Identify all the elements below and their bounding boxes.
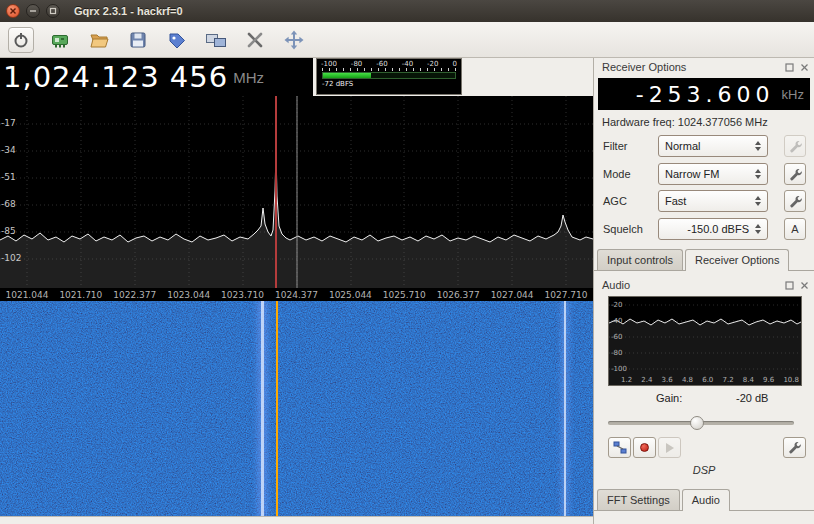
freq-tick: 1022.377 (113, 290, 156, 300)
squelch-auto-button[interactable]: A (784, 218, 806, 240)
mode-settings-button[interactable] (784, 163, 806, 185)
bookmark-tag-icon (167, 30, 187, 50)
signal-meter-ruler (322, 68, 456, 71)
filter-combobox[interactable]: Normal (658, 135, 768, 157)
audio-stream-button[interactable] (608, 437, 631, 458)
audio-freq-axis: 1.2 2.4 3.6 4.8 6.0 7.2 8.4 9.6 10.8 (621, 376, 799, 384)
gain-label: Gain: (656, 392, 682, 404)
tools-button[interactable] (242, 27, 268, 53)
agc-settings-button[interactable] (784, 190, 806, 212)
close-button[interactable] (6, 4, 20, 18)
db-axis-label: -17 (1, 118, 16, 128)
frequency-value[interactable]: 1,024.123 456 (3, 60, 228, 94)
freq-tick: 1027.044 (491, 290, 534, 300)
freq-tick: 1027.710 (545, 290, 588, 300)
gain-slider[interactable] (608, 415, 794, 431)
wrench-icon (789, 168, 802, 181)
minimize-button[interactable] (26, 4, 40, 18)
db-axis-label: -34 (1, 145, 16, 155)
open-folder-icon (89, 30, 109, 50)
bookmarks-button[interactable] (164, 27, 190, 53)
power-icon (12, 31, 30, 49)
tab-receiver-options[interactable]: Receiver Options (685, 249, 789, 271)
freq-tick: 1026.377 (437, 290, 480, 300)
gain-row: Gain: -20 dB (594, 392, 814, 408)
db-axis-label: -51 (1, 172, 16, 182)
filter-row: Filter Normal (602, 135, 806, 158)
float-dock-icon[interactable] (784, 280, 794, 290)
titlebar: Gqrx 2.3.1 - hackrf=0 (0, 0, 814, 22)
spinbox-arrows-icon[interactable] (753, 219, 763, 239)
mode-combobox[interactable]: Narrow FM (658, 163, 768, 185)
freq-tick: 1023.710 (221, 290, 264, 300)
waterfall-signal-trail (261, 301, 264, 516)
wrench-icon (789, 195, 802, 208)
combo-arrows-icon (753, 164, 763, 184)
save-settings-button[interactable] (125, 27, 151, 53)
squelch-label: Squelch (603, 223, 643, 235)
tab-audio[interactable]: Audio (682, 489, 730, 511)
frequency-axis: 1021.044 1021.710 1022.377 1023.044 1023… (0, 288, 593, 301)
signal-meter-fill (323, 73, 371, 78)
window-title: Gqrx 2.3.1 - hackrf=0 (74, 5, 183, 17)
filter-offset-display[interactable]: -253.600 kHz (598, 78, 810, 110)
frequency-unit: MHz (233, 69, 264, 86)
freq-tick: 1025.710 (383, 290, 426, 300)
receiver-dock-controls (784, 62, 809, 72)
configure-io-button[interactable] (47, 27, 73, 53)
dsp-label: DSP (594, 464, 814, 476)
waterfall-tuning-line (276, 301, 278, 516)
tools-icon (245, 30, 265, 50)
agc-label: AGC (603, 195, 627, 207)
wrench-icon (788, 441, 801, 454)
signal-meter: -100 -80 -60 -40 -20 0 -72 dBFS (316, 58, 462, 95)
remote-screens-icon (205, 30, 227, 50)
power-button[interactable] (8, 27, 34, 53)
mode-row: Mode Narrow FM (602, 163, 806, 186)
frequency-row: 1,024.123 456 MHz -100 -80 -60 -40 -20 0… (0, 58, 593, 96)
tab-input-controls[interactable]: Input controls (597, 249, 683, 270)
load-settings-button[interactable] (86, 27, 112, 53)
squelch-row: Squelch -150.0 dBFS A (602, 218, 806, 241)
bottom-dock-tabbar: FFT Settings Audio (594, 487, 814, 511)
gain-slider-handle[interactable] (690, 416, 704, 430)
waterfall-signal-trail (564, 301, 566, 516)
db-axis-label: -85 (1, 226, 16, 236)
signal-meter-bar (322, 72, 456, 79)
io-device-icon (50, 30, 70, 50)
signal-meter-value: -72 dBFS (317, 80, 461, 88)
gqrx-window: Gqrx 2.3.1 - hackrf=0 (0, 0, 814, 524)
freq-tick: 1021.044 (5, 290, 48, 300)
agc-combobox[interactable]: Fast (658, 190, 768, 212)
tab-fft-settings[interactable]: FFT Settings (597, 489, 680, 510)
close-icon (9, 7, 17, 15)
spectrum-plot[interactable]: -17 -34 -51 -68 -85 -102 (0, 96, 593, 288)
audio-options-button[interactable] (783, 437, 806, 458)
float-dock-icon[interactable] (784, 62, 794, 72)
maximize-button[interactable] (46, 4, 60, 18)
main-toolbar (0, 22, 814, 58)
waterfall[interactable] (0, 301, 593, 516)
frequency-display[interactable]: 1,024.123 456 MHz (0, 58, 313, 96)
audio-title: Audio (602, 279, 630, 291)
waterfall-noise (0, 301, 593, 516)
audio-buttons-row (608, 437, 806, 458)
audio-spectrum-plot: -20 -40 -60 -80 -100 1.2 2.4 3.6 4.8 6.0… (608, 296, 802, 386)
gain-value: -20 dB (736, 392, 768, 404)
offset-unit: kHz (782, 87, 804, 102)
combo-arrows-icon (753, 136, 763, 156)
agc-row: AGC Fast (602, 190, 806, 213)
close-dock-icon[interactable] (799, 62, 809, 72)
offset-value[interactable]: -253.600 (636, 82, 775, 107)
close-dock-icon[interactable] (799, 280, 809, 290)
record-icon (640, 443, 649, 452)
audio-db-label: -60 (611, 333, 622, 341)
filter-label: Filter (603, 140, 627, 152)
remote-control-button[interactable] (203, 27, 229, 53)
db-axis-label: -102 (1, 253, 21, 263)
squelch-spinbox[interactable]: -150.0 dBFS (658, 218, 768, 240)
center-frequency-button[interactable] (281, 27, 307, 53)
freq-tick: 1025.044 (329, 290, 372, 300)
freq-tick: 1023.044 (167, 290, 210, 300)
record-audio-button[interactable] (633, 437, 656, 458)
